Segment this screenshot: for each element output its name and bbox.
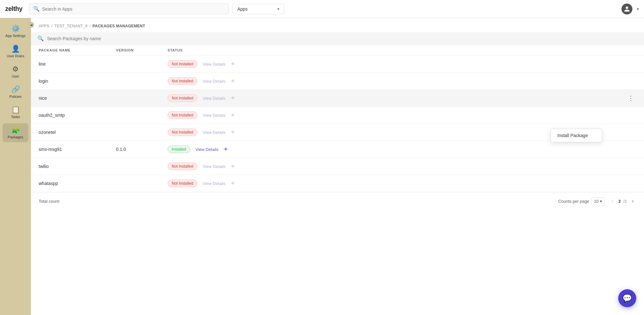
col-header-package-name: PACKAGE NAME (39, 48, 116, 52)
view-details-link[interactable]: View Details (196, 147, 218, 152)
prev-page-button[interactable]: ‹ (609, 197, 616, 205)
policies-icon: 🔗 (11, 86, 20, 93)
page-nav: ‹ 2 /2 › (609, 197, 636, 205)
eye-icon: 👁 (231, 181, 235, 186)
context-menu: Install Package (551, 129, 602, 142)
top-nav: zelthy 🔍 Apps ▾ ▾ (0, 0, 644, 18)
sidebar: ◀ ⚙️ App Settings 👤 User Roles ⚙ User 🔗 … (0, 18, 31, 315)
sidebar-item-packages[interactable]: 🧩 Packages (3, 123, 28, 142)
package-status-area: Not Installed View Details 👁 (168, 111, 636, 119)
counts-select[interactable]: 10 ▾ (591, 197, 605, 205)
packages-icon: 🧩 (11, 126, 20, 134)
chat-icon: 💬 (622, 294, 632, 303)
logo: zelthy (5, 5, 23, 13)
sidebar-item-user-roles[interactable]: 👤 User Roles (3, 42, 28, 61)
status-badge: Installed (168, 145, 190, 153)
sidebar-item-tasks[interactable]: 📋 Tasks (3, 103, 28, 122)
eye-icon: 👁 (231, 96, 235, 101)
breadcrumb-packages-management: PACKAGES MANAGEMENT (92, 24, 145, 28)
current-page: 2 (619, 199, 621, 204)
search-bar[interactable]: 🔍 (29, 4, 229, 14)
row-menu-button[interactable]: ⋮ (625, 93, 636, 103)
user-roles-icon: 👤 (11, 45, 20, 52)
eye-icon: 👁 (231, 79, 235, 84)
package-version: 0.1.0 (116, 147, 168, 152)
sidebar-collapse-button[interactable]: ◀ (28, 22, 34, 28)
counts-chevron-icon: ▾ (600, 199, 602, 204)
install-package-menu-item[interactable]: Install Package (551, 129, 602, 142)
table-row: oauth2_smtp Not Installed View Details 👁 (31, 107, 644, 124)
eye-icon[interactable]: 👁 (224, 147, 228, 152)
package-name: login (39, 79, 116, 84)
table-footer: Total count: Counts per page 10 ▾ ‹ 2 /2… (31, 192, 644, 210)
search-icon: 🔍 (33, 6, 40, 12)
packages-search-bar[interactable]: 🔍 (31, 32, 644, 45)
sidebar-item-label: Policies (9, 95, 22, 98)
status-badge: Not Installed (168, 77, 197, 85)
package-name: twilio (39, 164, 116, 169)
eye-icon: 👁 (231, 113, 235, 118)
sidebar-item-app-settings[interactable]: ⚙️ App Settings (3, 22, 28, 41)
tasks-icon: 📋 (11, 106, 20, 113)
packages-search-input[interactable] (47, 36, 638, 41)
package-status-area: Not Installed View Details 👁 (168, 77, 636, 85)
table-row: twilio Not Installed View Details 👁 (31, 158, 644, 175)
view-details-link: View Details (203, 164, 226, 169)
search-input[interactable] (42, 6, 225, 12)
status-badge: Not Installed (168, 94, 197, 102)
status-badge: Not Installed (168, 180, 197, 187)
pagination-area: Counts per page 10 ▾ ‹ 2 /2 › (558, 197, 636, 205)
eye-icon: 👁 (231, 61, 235, 67)
table-header: PACKAGE NAMEVERSIONSTATUS (31, 45, 644, 56)
package-status-area: Not Installed View Details 👁 (168, 162, 636, 170)
table-row: login Not Installed View Details 👁 (31, 73, 644, 90)
next-page-button[interactable]: › (630, 197, 636, 205)
col-header-version: VERSION (116, 48, 168, 52)
eye-icon: 👁 (231, 164, 235, 169)
view-details-link: View Details (203, 62, 226, 67)
package-name: line (39, 61, 116, 67)
breadcrumb-separator: / (51, 24, 53, 28)
package-name: nice (39, 96, 116, 101)
total-count-label: Total count: (39, 199, 60, 204)
status-badge: Not Installed (168, 111, 197, 119)
sidebar-item-label: Packages (8, 135, 23, 139)
col-header-status: STATUS (168, 48, 636, 52)
sidebar-item-label: User Roles (7, 54, 24, 58)
table-row: whataspp Not Installed View Details 👁 (31, 175, 644, 192)
status-badge: Not Installed (168, 60, 197, 68)
view-details-link: View Details (203, 181, 226, 186)
counts-value: 10 (594, 199, 599, 204)
package-name: whataspp (39, 181, 116, 186)
sidebar-item-label: Tasks (11, 115, 20, 119)
status-badge: Not Installed (168, 162, 197, 170)
user-icon: ⚙ (12, 66, 19, 73)
sidebar-item-policies[interactable]: 🔗 Policies (3, 83, 28, 102)
packages-search-icon: 🔍 (37, 35, 44, 42)
chat-bubble-button[interactable]: 💬 (618, 289, 636, 307)
user-avatar[interactable] (621, 4, 632, 14)
table-row: nice Not Installed View Details 👁 ⋮ (31, 90, 644, 107)
main-content: APPS/TEST_TENANT_9/PACKAGES MANAGEMENT 🔍… (31, 18, 644, 315)
chevron-down-icon: ▾ (277, 7, 279, 11)
sidebar-item-user[interactable]: ⚙ User (3, 62, 28, 81)
counts-per-page: Counts per page 10 ▾ (558, 197, 605, 205)
table-row: sms-msg91 0.1.0 Installed View Details 👁 (31, 141, 644, 158)
total-pages: /2 (623, 199, 627, 204)
apps-dropdown-label: Apps (237, 6, 248, 12)
user-chevron-icon[interactable]: ▾ (637, 7, 639, 11)
breadcrumb: APPS/TEST_TENANT_9/PACKAGES MANAGEMENT (31, 18, 644, 32)
apps-dropdown[interactable]: Apps ▾ (233, 4, 284, 14)
breadcrumb-test-tenant-9[interactable]: TEST_TENANT_9 (54, 24, 88, 28)
package-name: ozonetel (39, 130, 116, 135)
sidebar-item-label: User (12, 74, 19, 78)
package-status-area: Not Installed View Details 👁 (168, 60, 636, 68)
view-details-link: View Details (203, 96, 226, 101)
status-badge: Not Installed (168, 128, 197, 136)
package-name: sms-msg91 (39, 147, 116, 152)
view-details-link: View Details (203, 79, 226, 84)
breadcrumb-apps[interactable]: APPS (39, 24, 49, 28)
package-status-area: Not Installed View Details 👁 (168, 180, 636, 187)
package-status-area: Installed View Details 👁 (168, 145, 636, 153)
package-name: oauth2_smtp (39, 113, 116, 118)
